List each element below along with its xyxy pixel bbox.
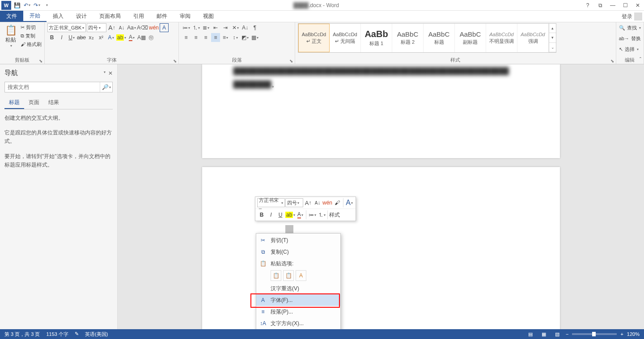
cm-text-direction[interactable]: ↕A文字方向(X)...	[256, 318, 340, 329]
gallery-down-icon[interactable]: ▾	[549, 33, 556, 42]
view-print-icon[interactable]: ▦	[539, 330, 549, 338]
style-item-nospacing[interactable]: AaBbCcDd↵ 无间隔	[330, 24, 361, 52]
enclose-char-button[interactable]: ㊞	[147, 33, 156, 42]
gallery-more-icon[interactable]: ⌄	[549, 43, 556, 52]
style-item-emphasis[interactable]: AaBbCcDd强调	[517, 24, 549, 52]
help-icon[interactable]: ?	[581, 0, 594, 11]
nav-close-icon[interactable]: ✕	[108, 70, 113, 76]
cm-paragraph[interactable]: ≡段落(P)...	[256, 306, 340, 318]
borders-button[interactable]: ▦▾	[250, 33, 259, 42]
status-words[interactable]: 1153 个字	[46, 331, 68, 338]
select-button[interactable]: ↖选择▾	[619, 45, 639, 54]
mini-highlight[interactable]: ab▾	[285, 210, 295, 219]
zoom-out-icon[interactable]: −	[566, 331, 568, 337]
justify-button[interactable]: ≡	[211, 33, 220, 42]
sort-button[interactable]: A↓	[241, 23, 250, 32]
cm-cut[interactable]: ✂剪切(T)	[256, 234, 340, 246]
replace-button[interactable]: ab→替换	[619, 34, 641, 43]
subscript-button[interactable]: x₂	[87, 33, 96, 42]
find-button[interactable]: 🔍查找▾	[619, 23, 641, 32]
view-read-icon[interactable]: ▤	[525, 330, 535, 338]
char-border-button[interactable]: A	[160, 23, 169, 32]
mini-font-color[interactable]: A▾	[345, 198, 354, 207]
multilevel-list-button[interactable]: ≣▾	[201, 23, 210, 32]
format-painter-button[interactable]: 🖌格式刷	[21, 40, 42, 48]
maximize-icon[interactable]: ☐	[619, 0, 631, 11]
cut-button[interactable]: ✂剪切	[21, 23, 42, 31]
mini-styles[interactable]: 样式	[329, 210, 340, 219]
style-item-heading1[interactable]: AaBb标题 1	[361, 24, 392, 52]
distribute-button[interactable]: ≡▾	[221, 33, 230, 42]
text-effects-button[interactable]: A▾	[106, 33, 115, 42]
show-marks-button[interactable]: ¶	[250, 23, 259, 32]
paste-keep-source-icon[interactable]: 📋	[271, 270, 281, 281]
mini-format-painter[interactable]: 🖌	[333, 198, 342, 207]
view-web-icon[interactable]: ▧	[552, 330, 562, 338]
decrease-indent-button[interactable]: ⇤	[211, 23, 220, 32]
zoom-level[interactable]: 120%	[627, 331, 640, 337]
grow-font-button[interactable]: A↑	[107, 23, 116, 32]
nav-tab-pages[interactable]: 页面	[24, 97, 44, 109]
ribbon-display-icon[interactable]: ⧉	[594, 0, 606, 11]
tab-references[interactable]: 引用	[127, 11, 150, 22]
mini-underline[interactable]: U	[276, 210, 285, 219]
strikethrough-button[interactable]: abe	[77, 33, 86, 42]
redo-icon[interactable]: ↷▾	[32, 1, 41, 10]
status-proofing-icon[interactable]: ✎	[75, 331, 79, 338]
search-input[interactable]	[5, 82, 100, 92]
tab-insert[interactable]: 插入	[47, 11, 70, 22]
char-shading-button[interactable]: A▦	[137, 33, 146, 42]
nav-dropdown-icon[interactable]: ▾	[104, 70, 106, 76]
mini-shrink-font[interactable]: A↓	[313, 198, 322, 207]
zoom-in-icon[interactable]: +	[620, 331, 623, 337]
zoom-slider[interactable]	[572, 333, 617, 335]
save-icon[interactable]: 💾	[13, 1, 21, 10]
document-area[interactable]: ████████████████████████████████████████…	[118, 64, 644, 331]
font-launcher-icon[interactable]: ⬊	[173, 59, 177, 63]
tab-view[interactable]: 视图	[197, 11, 220, 22]
copy-button[interactable]: ⧉复制	[21, 32, 42, 40]
mini-grow-font[interactable]: A↑	[304, 198, 313, 207]
tab-mailings[interactable]: 邮件	[150, 11, 174, 22]
status-page[interactable]: 第 3 页，共 3 页	[4, 331, 40, 338]
styles-launcher-icon[interactable]: ⬊	[610, 59, 614, 63]
paste-merge-icon[interactable]: 📋	[283, 270, 294, 281]
qat-customize-icon[interactable]: ▾	[42, 1, 51, 10]
minimize-icon[interactable]: —	[606, 0, 619, 11]
italic-button[interactable]: I	[57, 33, 66, 42]
asian-layout-button[interactable]: ✕▾	[231, 23, 240, 32]
increase-indent-button[interactable]: ⇥	[221, 23, 230, 32]
align-right-button[interactable]: ≡	[201, 33, 210, 42]
cm-reconvert[interactable]: 汉字重选(V)	[256, 283, 340, 294]
mini-numbering[interactable]: ⒈▾	[317, 210, 326, 219]
numbering-button[interactable]: ⒈▾	[191, 23, 200, 32]
mini-bold[interactable]: B	[257, 210, 266, 219]
bold-button[interactable]: B	[47, 33, 56, 42]
change-case-button[interactable]: Aa▾	[127, 23, 136, 32]
mini-phonetic[interactable]: wén	[322, 198, 332, 207]
clipboard-launcher-icon[interactable]: ⬊	[39, 59, 42, 63]
style-item-normal[interactable]: AaBbCcDd↵ 正文	[298, 24, 330, 52]
paragraph-launcher-icon[interactable]: ⬊	[289, 59, 293, 63]
cm-font[interactable]: A字体(F)...	[256, 294, 340, 306]
clear-formatting-button[interactable]: A⌫	[137, 23, 148, 32]
gallery-up-icon[interactable]: ▴	[549, 24, 556, 33]
nav-tab-headings[interactable]: 标题	[4, 97, 24, 109]
nav-search[interactable]: 🔎▾	[4, 82, 113, 92]
mini-size-combo[interactable]: 四号▾	[285, 198, 303, 207]
close-icon[interactable]: ✕	[631, 0, 644, 11]
align-left-button[interactable]: ≡	[182, 33, 191, 42]
cm-copy[interactable]: ⧉复制(C)	[256, 246, 340, 258]
undo-icon[interactable]: ↶▾	[22, 1, 31, 10]
shading-button[interactable]: ◩▾	[241, 33, 250, 42]
tab-layout[interactable]: 页面布局	[93, 11, 127, 22]
shrink-font-button[interactable]: A↓	[117, 23, 126, 32]
tab-review[interactable]: 审阅	[174, 11, 197, 22]
highlight-button[interactable]: ab▾	[116, 33, 126, 42]
font-name-combo[interactable]: 方正书宋_GBK▾	[47, 23, 86, 32]
mini-font-combo[interactable]: 方正书宋_▾	[257, 198, 285, 207]
style-item-title[interactable]: AaBbC标题	[424, 24, 455, 52]
paste-button[interactable]: 📋 粘贴▾	[3, 23, 19, 49]
mini-font-color2[interactable]: A▾	[296, 210, 305, 219]
nav-tab-results[interactable]: 结果	[44, 97, 64, 109]
